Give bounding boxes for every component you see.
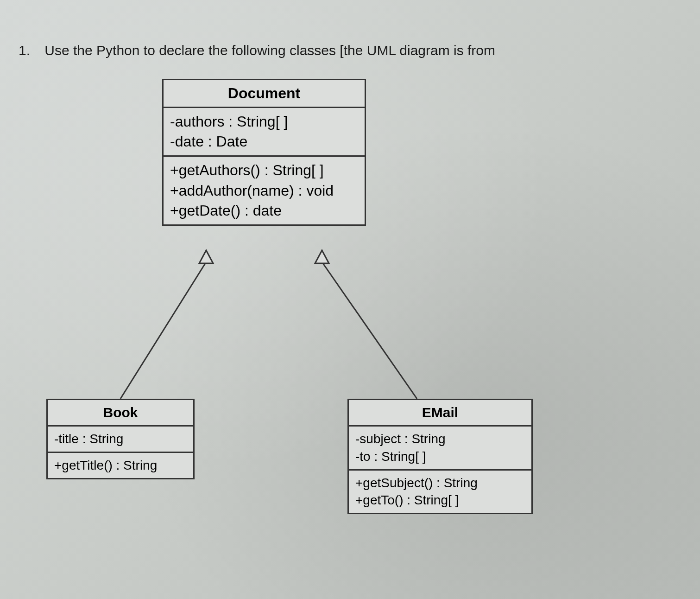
method: +getDate() : date xyxy=(170,201,358,221)
methods-book: +getTitle() : String xyxy=(48,453,193,478)
uml-class-book: Book -title : String +getTitle() : Strin… xyxy=(46,399,195,479)
svg-marker-3 xyxy=(315,250,329,263)
svg-line-0 xyxy=(120,262,206,399)
class-name-book: Book xyxy=(48,400,193,427)
attribute: -subject : String xyxy=(355,430,525,448)
attribute: -authors : String[ ] xyxy=(170,112,358,132)
attribute: -date : Date xyxy=(170,132,358,152)
method: +getAuthors() : String[ ] xyxy=(170,160,358,180)
class-name-email: EMail xyxy=(349,400,531,427)
inheritance-book-to-document xyxy=(120,250,213,399)
question-body: Use the Python to declare the following … xyxy=(44,43,495,58)
attributes-document: -authors : String[ ] -date : Date xyxy=(164,108,365,157)
uml-class-document: Document -authors : String[ ] -date : Da… xyxy=(162,79,366,226)
question-text: 1. Use the Python to declare the followi… xyxy=(19,43,495,58)
attribute: -title : String xyxy=(54,430,187,448)
class-name-document: Document xyxy=(164,80,365,108)
attributes-book: -title : String xyxy=(48,427,193,453)
methods-document: +getAuthors() : String[ ] +addAuthor(nam… xyxy=(164,157,365,224)
attribute: -to : String[ ] xyxy=(355,448,525,465)
method: +getSubject() : String xyxy=(355,474,525,492)
uml-class-email: EMail -subject : String -to : String[ ] … xyxy=(347,399,533,514)
svg-line-2 xyxy=(322,262,417,399)
method: +addAuthor(name) : void xyxy=(170,181,358,201)
method: +getTitle() : String xyxy=(54,457,187,474)
method: +getTo() : String[ ] xyxy=(355,491,525,509)
question-number: 1. xyxy=(19,43,41,58)
svg-marker-1 xyxy=(199,250,213,263)
inheritance-email-to-document xyxy=(315,250,417,399)
attributes-email: -subject : String -to : String[ ] xyxy=(349,427,531,471)
methods-email: +getSubject() : String +getTo() : String… xyxy=(349,471,531,513)
